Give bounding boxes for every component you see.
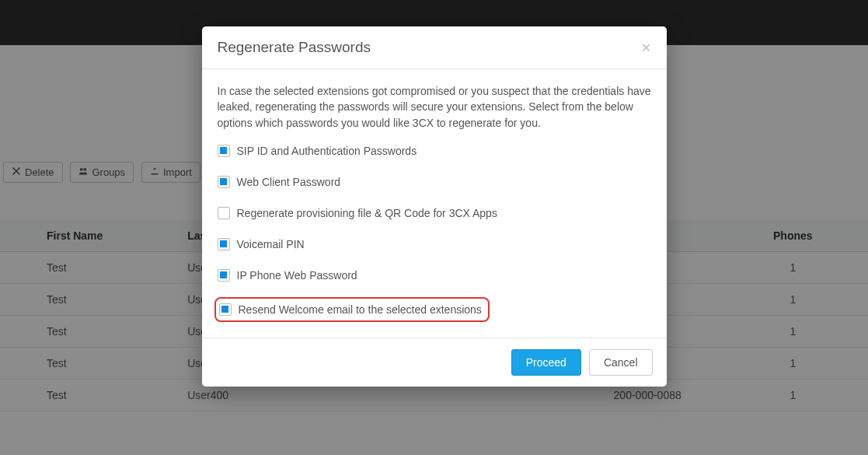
checkbox-voicemail[interactable]: [218, 238, 230, 250]
option-sip[interactable]: SIP ID and Authentication Passwords: [218, 145, 651, 157]
option-ip-phone-label: IP Phone Web Password: [237, 269, 357, 282]
checkbox-sip[interactable]: [218, 145, 230, 157]
checkbox-resend[interactable]: [219, 303, 232, 316]
option-provisioning[interactable]: Regenerate provisioning file & QR Code f…: [218, 207, 651, 219]
cancel-button[interactable]: Cancel: [589, 349, 653, 376]
checkbox-provisioning[interactable]: [218, 207, 230, 219]
option-voicemail[interactable]: Voicemail PIN: [218, 238, 651, 250]
modal-title: Regenerate Passwords: [218, 39, 371, 56]
checkbox-web-client[interactable]: [218, 176, 230, 188]
modal-body: In case the selected extensions got comp…: [202, 69, 667, 338]
modal-header: Regenerate Passwords ×: [202, 26, 667, 69]
close-button[interactable]: ×: [642, 40, 651, 55]
regenerate-passwords-modal: Regenerate Passwords × In case the selec…: [202, 26, 667, 387]
option-provisioning-label: Regenerate provisioning file & QR Code f…: [237, 207, 497, 219]
option-resend-highlight: Resend Welcome email to the selected ext…: [214, 297, 490, 322]
checkbox-ip-phone[interactable]: [218, 269, 230, 282]
option-voicemail-label: Voicemail PIN: [237, 238, 305, 250]
option-web-client[interactable]: Web Client Password: [218, 176, 651, 188]
option-web-client-label: Web Client Password: [237, 176, 341, 188]
option-ip-phone[interactable]: IP Phone Web Password: [218, 269, 651, 282]
modal-description: In case the selected extensions got comp…: [218, 83, 651, 131]
modal-footer: Proceed Cancel: [202, 338, 667, 387]
proceed-button[interactable]: Proceed: [511, 349, 581, 376]
modal-backdrop[interactable]: Regenerate Passwords × In case the selec…: [0, 0, 868, 455]
option-resend-label: Resend Welcome email to the selected ext…: [239, 303, 482, 316]
option-sip-label: SIP ID and Authentication Passwords: [237, 145, 417, 157]
